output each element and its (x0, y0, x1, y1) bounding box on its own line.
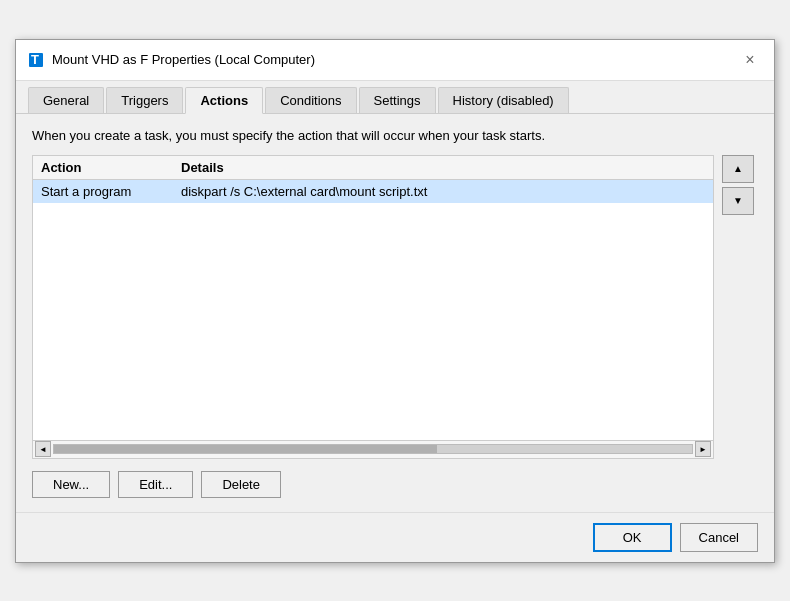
close-button[interactable]: × (738, 48, 762, 72)
ok-button[interactable]: OK (593, 523, 672, 552)
column-action: Action (41, 160, 181, 175)
tab-triggers[interactable]: Triggers (106, 87, 183, 113)
table-body: Start a program diskpart /s C:\external … (33, 180, 713, 440)
action-buttons-row: New... Edit... Delete (32, 471, 758, 498)
content-area: When you create a task, you must specify… (16, 114, 774, 512)
row-action-cell: Start a program (41, 184, 181, 199)
scroll-down-button[interactable]: ▼ (722, 187, 754, 215)
scroll-right-button[interactable]: ► (695, 441, 711, 457)
tab-settings[interactable]: Settings (359, 87, 436, 113)
scroll-left-button[interactable]: ◄ (35, 441, 51, 457)
tab-actions[interactable]: Actions (185, 87, 263, 114)
main-window: T Mount VHD as F Properties (Local Compu… (15, 39, 775, 563)
title-bar: T Mount VHD as F Properties (Local Compu… (16, 40, 774, 81)
vertical-scroll-buttons: ▲ ▼ (722, 155, 754, 459)
table-row[interactable]: Start a program diskpart /s C:\external … (33, 180, 713, 203)
scroll-up-button[interactable]: ▲ (722, 155, 754, 183)
scrollbar-thumb[interactable] (54, 445, 437, 453)
window-title: Mount VHD as F Properties (Local Compute… (52, 52, 315, 67)
window-icon: T (28, 52, 44, 68)
title-bar-left: T Mount VHD as F Properties (Local Compu… (28, 52, 315, 68)
table-header: Action Details (33, 156, 713, 180)
edit-button[interactable]: Edit... (118, 471, 193, 498)
column-details: Details (181, 160, 705, 175)
horizontal-scrollbar[interactable]: ◄ ► (33, 440, 713, 458)
actions-table: Action Details Start a program diskpart … (32, 155, 714, 459)
new-button[interactable]: New... (32, 471, 110, 498)
delete-button[interactable]: Delete (201, 471, 281, 498)
tab-bar: General Triggers Actions Conditions Sett… (16, 81, 774, 114)
bottom-bar: OK Cancel (16, 512, 774, 562)
svg-text:T: T (31, 52, 39, 67)
tab-history[interactable]: History (disabled) (438, 87, 569, 113)
scrollbar-track[interactable] (53, 444, 693, 454)
info-text: When you create a task, you must specify… (32, 128, 758, 143)
row-details-cell: diskpart /s C:\external card\mount scrip… (181, 184, 705, 199)
tab-conditions[interactable]: Conditions (265, 87, 356, 113)
table-area: Action Details Start a program diskpart … (32, 155, 758, 459)
cancel-button[interactable]: Cancel (680, 523, 758, 552)
tab-general[interactable]: General (28, 87, 104, 113)
